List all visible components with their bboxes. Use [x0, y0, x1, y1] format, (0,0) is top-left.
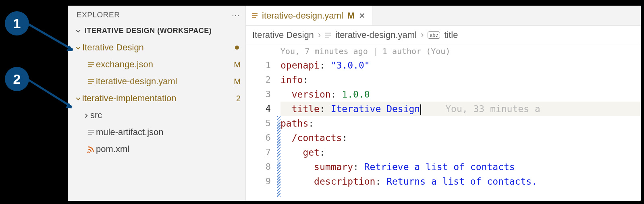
code-line[interactable]: info:	[280, 73, 641, 87]
lines-file-icon	[325, 30, 331, 40]
breadcrumb-symbol[interactable]: title	[444, 30, 458, 40]
file-exchange-json[interactable]: exchange.json M	[68, 56, 245, 73]
code-line[interactable]: summary: Retrieve a list of contacts	[280, 160, 641, 174]
inline-blame: You, 33 minutes a	[421, 104, 540, 114]
code-line[interactable]: title: Iterative DesignYou, 33 minutes a	[280, 102, 641, 116]
workspace-label: ITERATIVE DESIGN (WORKSPACE)	[85, 27, 212, 35]
breadcrumb-file[interactable]: iterative-design.yaml	[335, 30, 417, 40]
lines-file-icon	[251, 10, 258, 21]
folder-iterative-implementation[interactable]: iterative-implementation 2	[68, 90, 245, 107]
folder-label: Iterative Design	[82, 42, 235, 53]
file-label: mule-artifact.json	[96, 127, 241, 137]
file-label: pom.xml	[96, 144, 241, 154]
line-number: 5	[246, 116, 271, 131]
code-area[interactable]: You, 7 minutes ago | 1 author (You) open…	[280, 44, 641, 201]
chevron-right-icon: ›	[421, 30, 424, 40]
modified-dot-icon	[235, 46, 239, 50]
lines-file-icon	[86, 62, 96, 67]
tab-filename: iterative-design.yaml	[262, 10, 343, 21]
line-gutter: 1 2 3 4 5 6 7 8 9	[246, 44, 277, 201]
line-number: 1	[246, 58, 271, 73]
tab-modified-marker: M	[347, 10, 355, 21]
file-label: iterative-design.yaml	[96, 76, 231, 87]
close-icon[interactable]: ✕	[359, 11, 366, 21]
lines-file-icon	[86, 79, 96, 84]
chevron-right-icon	[82, 110, 90, 121]
file-pom-xml[interactable]: pom.xml	[68, 141, 245, 158]
chevron-down-icon	[74, 93, 82, 104]
code-line[interactable]: get:	[280, 145, 641, 160]
explorer-header: EXPLORER ···	[68, 6, 245, 24]
code-editor[interactable]: 1 2 3 4 5 6 7 8 9 You, 7 minutes ago | 1…	[246, 44, 641, 201]
file-iterative-design-yaml[interactable]: iterative-design.yaml M	[68, 73, 245, 90]
change-count-marker: 2	[231, 94, 241, 103]
workspace-header[interactable]: ITERATIVE DESIGN (WORKSPACE)	[68, 24, 245, 37]
editor-pane: iterative-design.yaml M ✕ Iterative Desi…	[246, 6, 641, 201]
app-frame: EXPLORER ··· ITERATIVE DESIGN (WORKSPACE…	[68, 6, 641, 201]
rss-icon	[86, 146, 96, 153]
callout-arrow-2	[27, 78, 73, 108]
chevron-down-icon	[74, 42, 82, 53]
line-number: 8	[246, 160, 271, 174]
callout-arrow-1	[27, 23, 73, 50]
file-label: exchange.json	[96, 59, 231, 70]
lines-file-icon	[86, 129, 96, 135]
line-number: 2	[246, 73, 271, 87]
line-number: 7	[246, 145, 271, 160]
explorer-title: EXPLORER	[77, 10, 120, 19]
folder-src[interactable]: src	[68, 107, 245, 124]
explorer-sidebar: EXPLORER ··· ITERATIVE DESIGN (WORKSPACE…	[68, 6, 246, 201]
line-number: 3	[246, 87, 271, 102]
modified-marker: M	[231, 77, 241, 86]
breadcrumb[interactable]: Iterative Design › iterative-design.yaml…	[246, 26, 641, 44]
folder-label: src	[90, 110, 241, 121]
code-line[interactable]: description: Returns a list of contacts.	[280, 174, 641, 189]
blame-annotation: You, 7 minutes ago | 1 author (You)	[280, 44, 641, 58]
folder-iterative-design[interactable]: Iterative Design	[68, 39, 245, 56]
code-line[interactable]: openapi: "3.0.0"	[280, 58, 641, 73]
code-line[interactable]: version: 1.0.0	[280, 87, 641, 102]
file-tree: Iterative Design exchange.json M iterati…	[68, 37, 245, 158]
callout-badge-1: 1	[5, 11, 29, 35]
tab-bar: iterative-design.yaml M ✕	[246, 6, 641, 26]
modified-marker: M	[231, 60, 241, 69]
chevron-down-icon	[74, 27, 82, 35]
folder-label: iterative-implementation	[82, 93, 231, 104]
line-number: 6	[246, 131, 271, 145]
code-line[interactable]: paths:	[280, 116, 641, 131]
diff-gutter	[277, 44, 280, 201]
tab-iterative-design-yaml[interactable]: iterative-design.yaml M ✕	[246, 6, 372, 25]
more-icon[interactable]: ···	[232, 10, 240, 20]
symbol-kind-icon: abc	[428, 31, 440, 39]
line-number: 4	[246, 102, 271, 116]
callout-badge-2: 2	[5, 67, 29, 91]
line-number: 9	[246, 174, 271, 189]
breadcrumb-folder[interactable]: Iterative Design	[252, 30, 314, 40]
code-line[interactable]: /contacts:	[280, 131, 641, 145]
chevron-right-icon: ›	[318, 30, 321, 40]
file-mule-artifact-json[interactable]: mule-artifact.json	[68, 124, 245, 141]
